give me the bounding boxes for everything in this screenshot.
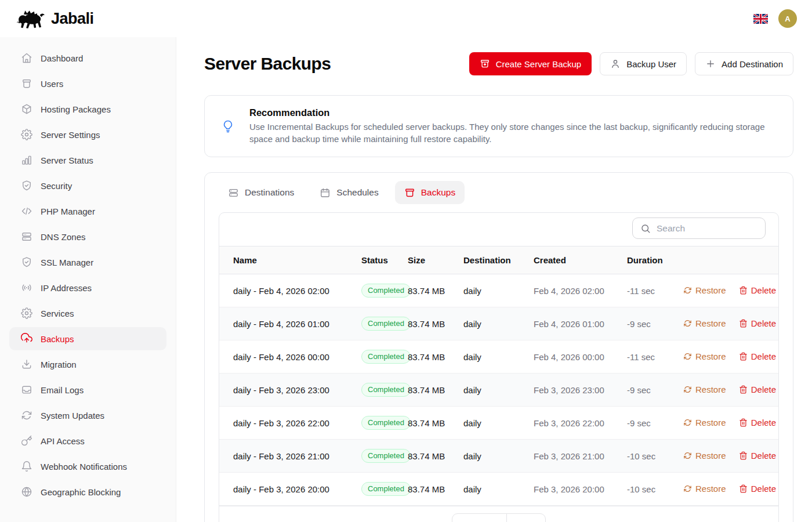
action-label: Delete [751, 285, 776, 295]
user-avatar[interactable]: A [778, 9, 797, 28]
button-label: Backup User [626, 59, 676, 69]
gear-icon [21, 307, 32, 319]
recommendation-body: Use Incremental Backups for scheduled se… [249, 121, 771, 145]
download-icon [21, 358, 32, 370]
action-label: Restore [695, 318, 726, 328]
archive-box-icon [404, 187, 415, 198]
sidebar-item-label: System Updates [41, 411, 104, 420]
delete-button[interactable]: Delete [739, 285, 776, 295]
sidebar-item-webhook-notifications[interactable]: Webhook Notifications [9, 455, 166, 478]
add-destination-button[interactable]: Add Destination [695, 52, 793, 75]
per-page-select[interactable]: 10 [507, 514, 546, 522]
sidebar-item-security[interactable]: Security [9, 174, 166, 197]
refresh-icon [683, 286, 692, 295]
backup-user-button[interactable]: Backup User [600, 52, 687, 75]
sidebar-item-dashboard[interactable]: Dashboard [9, 46, 166, 70]
sidebar-item-server-settings[interactable]: Server Settings [9, 123, 166, 146]
delete-button[interactable]: Delete [739, 484, 776, 494]
backup-name: daily - Feb 3, 2026 20:00 [219, 473, 357, 506]
sidebar-item-migration[interactable]: Migration [9, 353, 166, 376]
create-server-backup-button[interactable]: Create Server Backup [469, 52, 592, 75]
globe-icon [21, 486, 32, 498]
table-row: daily - Feb 4, 2026 01:00 Completed 83.7… [219, 307, 778, 340]
sidebar-item-dns-zones[interactable]: DNS Zones [9, 225, 166, 248]
restore-button[interactable]: Restore [683, 451, 726, 461]
archive-box-icon [21, 78, 32, 89]
backup-duration: -10 sec [622, 473, 679, 506]
column-header-actions [679, 246, 778, 274]
sidebar-item-ssl-manager[interactable]: SSL Manager [9, 251, 166, 274]
delete-button[interactable]: Delete [739, 385, 776, 394]
delete-button[interactable]: Delete [739, 318, 776, 328]
column-header-destination: Destination [459, 246, 529, 274]
action-label: Delete [751, 351, 776, 361]
sidebar-item-backups[interactable]: Backups [9, 327, 166, 350]
brand-name: Jabali [51, 10, 94, 28]
sidebar-item-label: Email Logs [41, 385, 84, 395]
refresh-icon [21, 409, 32, 421]
search-input[interactable] [657, 223, 757, 234]
restore-button[interactable]: Restore [683, 484, 726, 494]
backup-destination: daily [459, 473, 529, 506]
restore-button[interactable]: Restore [683, 418, 726, 427]
backup-destination: daily [459, 340, 529, 374]
recommendation-title: Recommendation [249, 107, 771, 118]
cloud-upload-icon [21, 333, 32, 345]
sidebar-item-system-updates[interactable]: System Updates [9, 404, 166, 427]
recommendation-card: Recommendation Use Incremental Backups f… [204, 95, 793, 157]
delete-button[interactable]: Delete [739, 451, 776, 461]
status-badge: Completed [361, 284, 411, 298]
backup-size: 83.74 MB [403, 473, 459, 506]
tab-bar: Destinations Schedules Backups [219, 181, 779, 204]
action-label: Restore [695, 418, 726, 427]
backup-created: Feb 4, 2026 00:00 [529, 340, 622, 374]
action-label: Restore [695, 484, 726, 494]
sidebar-item-server-status[interactable]: Server Status [9, 148, 166, 172]
action-label: Delete [751, 418, 776, 427]
sidebar-item-php-manager[interactable]: PHP Manager [9, 200, 166, 223]
sidebar-item-label: Hosting Packages [41, 104, 111, 114]
search-icon [640, 223, 651, 234]
backup-size: 83.74 MB [403, 340, 459, 374]
backup-destination: daily [459, 307, 529, 340]
restore-button[interactable]: Restore [683, 285, 726, 295]
sidebar-item-email-logs[interactable]: Email Logs [9, 378, 166, 401]
key-icon [21, 435, 32, 447]
user-icon [610, 59, 621, 69]
restore-button[interactable]: Restore [683, 351, 726, 361]
page-title: Server Backups [204, 54, 331, 74]
delete-button[interactable]: Delete [739, 351, 776, 361]
restore-button[interactable]: Restore [683, 318, 726, 328]
tab-backups[interactable]: Backups [395, 181, 465, 204]
sidebar-item-label: Server Status [41, 155, 93, 165]
sidebar-item-label: Users [41, 79, 63, 89]
table-row: daily - Feb 3, 2026 21:00 Completed 83.7… [219, 440, 778, 473]
action-label: Restore [695, 285, 726, 295]
delete-button[interactable]: Delete [739, 418, 776, 427]
cube-icon [21, 103, 32, 115]
main-content: Server Backups Create Server Backup Back… [176, 37, 812, 522]
tab-destinations[interactable]: Destinations [219, 181, 303, 204]
action-label: Restore [695, 451, 726, 461]
sidebar-item-api-access[interactable]: API Access [9, 429, 166, 452]
backup-name: daily - Feb 4, 2026 02:00 [219, 274, 357, 307]
sidebar-item-ip-addresses[interactable]: IP Addresses [9, 276, 166, 299]
sidebar-item-label: SSL Manager [41, 258, 93, 267]
sidebar-item-label: PHP Manager [41, 206, 95, 216]
language-flag-icon[interactable] [753, 14, 768, 24]
brand-logo[interactable]: Jabali [16, 8, 94, 30]
sidebar-item-hosting-packages[interactable]: Hosting Packages [9, 97, 166, 121]
sidebar-item-geographic-blocking[interactable]: Geographic Blocking [9, 480, 166, 503]
restore-button[interactable]: Restore [683, 385, 726, 394]
sidebar-item-services[interactable]: Services [9, 302, 166, 325]
backup-created: Feb 4, 2026 02:00 [529, 274, 622, 307]
shield-check-icon [21, 256, 32, 268]
table-row: daily - Feb 3, 2026 22:00 Completed 83.7… [219, 407, 778, 440]
backup-duration: -9 sec [622, 374, 679, 407]
table-row: daily - Feb 4, 2026 00:00 Completed 83.7… [219, 340, 778, 374]
tab-schedules[interactable]: Schedules [310, 181, 387, 204]
sidebar-item-users[interactable]: Users [9, 72, 166, 95]
bell-icon [21, 461, 32, 472]
action-label: Restore [695, 351, 726, 361]
status-badge: Completed [361, 416, 411, 430]
